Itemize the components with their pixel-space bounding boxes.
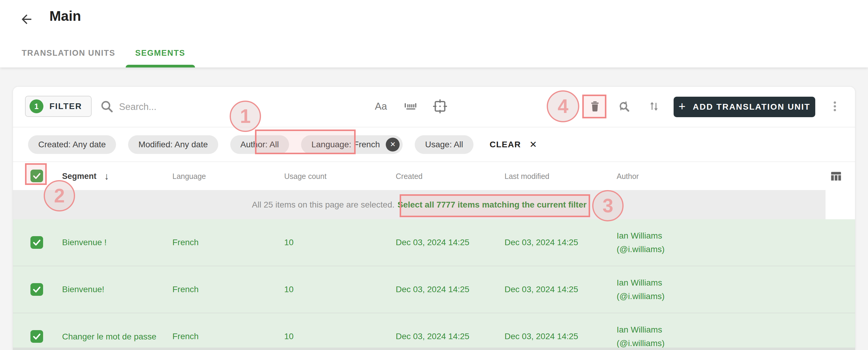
column-settings-button[interactable] — [829, 169, 844, 184]
cell-author: Ian Williams (@i.williams) — [617, 229, 664, 256]
sort-order-button[interactable] — [645, 97, 663, 116]
refresh-icon — [617, 99, 631, 114]
banner-corner-cell — [826, 190, 855, 219]
cell-usage-count: 10 — [284, 331, 293, 341]
chip-author[interactable]: Author: All — [230, 135, 289, 154]
segments-page: Main TRANSLATION UNITS SEGMENTS 1 FILTER — [0, 0, 868, 350]
remove-language-filter-icon[interactable]: ✕ — [386, 138, 400, 152]
column-header-usage-count[interactable]: Usage count — [284, 172, 327, 181]
table-bottom-divider — [13, 348, 855, 350]
row-checkbox[interactable] — [30, 330, 43, 343]
page-header: Main TRANSLATION UNITS SEGMENTS — [0, 0, 868, 67]
check-icon — [32, 331, 42, 342]
filter-count-badge: 1 — [30, 99, 43, 113]
cell-usage-count: 10 — [284, 237, 293, 247]
close-icon: ✕ — [529, 139, 537, 150]
tab-translation-units[interactable]: TRANSLATION UNITS — [22, 49, 116, 67]
cell-language: French — [173, 331, 198, 341]
cell-author: Ian Williams (@i.williams) — [617, 323, 664, 350]
cell-language: French — [173, 285, 198, 294]
tab-bar: TRANSLATION UNITS SEGMENTS — [22, 49, 185, 67]
whole-word-icon[interactable] — [402, 98, 419, 115]
kebab-icon — [828, 99, 842, 113]
check-icon — [32, 284, 42, 294]
search-input[interactable] — [119, 98, 249, 116]
selection-banner: All 25 items on this page are selected. … — [13, 190, 855, 219]
cell-last-modified: Dec 03, 2024 14:25 — [504, 331, 578, 341]
row-checkbox[interactable] — [30, 236, 43, 249]
more-options-button[interactable] — [826, 97, 844, 116]
table-row[interactable]: Bienvenue ! French 10 Dec 03, 2024 14:25… — [13, 219, 855, 266]
filter-button[interactable]: 1 FILTER — [25, 96, 92, 117]
column-header-author[interactable]: Author — [617, 172, 639, 181]
search-icon — [100, 99, 114, 113]
cell-usage-count: 10 — [284, 285, 293, 294]
back-button[interactable] — [19, 11, 34, 27]
cell-last-modified: Dec 03, 2024 14:25 — [504, 237, 578, 247]
delete-button[interactable] — [586, 97, 604, 116]
cell-last-modified: Dec 03, 2024 14:25 — [504, 285, 578, 294]
arrows-up-down-icon — [647, 99, 661, 113]
add-translation-unit-button[interactable]: + ADD TRANSLATION UNIT — [674, 97, 815, 117]
cell-segment: Bienvenue ! — [62, 237, 107, 247]
row-checkbox[interactable] — [30, 283, 43, 296]
chip-modified[interactable]: Modified: Any date — [128, 135, 218, 154]
selection-banner-text: All 25 items on this page are selected. … — [13, 190, 826, 219]
column-header-created[interactable]: Created — [396, 172, 423, 181]
table-header-row: Segment ↓ Language Usage count Created L… — [13, 162, 855, 190]
chip-created[interactable]: Created: Any date — [28, 135, 116, 154]
cell-language: French — [173, 237, 198, 247]
match-case-icon[interactable]: Aa — [372, 98, 390, 115]
plus-icon: + — [678, 100, 685, 113]
table-row[interactable]: Bienvenue! French 10 Dec 03, 2024 14:25 … — [13, 266, 855, 313]
exact-match-icon[interactable] — [431, 98, 449, 115]
table-columns-icon — [829, 169, 843, 183]
toolbar: 1 FILTER Aa — [13, 87, 855, 127]
arrow-left-icon — [19, 12, 34, 27]
cell-segment: Changer le mot de passe — [62, 330, 161, 343]
tab-segments[interactable]: SEGMENTS — [135, 49, 185, 67]
cell-author: Ian Williams (@i.williams) — [617, 276, 664, 303]
segments-card: 1 FILTER Aa — [13, 87, 855, 350]
sort-desc-icon: ↓ — [104, 170, 109, 182]
cell-created: Dec 03, 2024 14:25 — [396, 285, 469, 294]
chip-usage[interactable]: Usage: All — [415, 135, 473, 154]
table-row[interactable]: Changer le mot de passe French 10 Dec 03… — [13, 313, 855, 350]
filter-chips-row: Created: Any date Modified: Any date Aut… — [13, 127, 855, 162]
select-all-matching-link[interactable]: Select all 7777 items matching the curre… — [398, 200, 587, 210]
cell-segment: Bienvenue! — [62, 285, 104, 294]
trash-icon — [588, 100, 601, 113]
column-header-language[interactable]: Language — [173, 172, 206, 181]
check-icon — [32, 237, 42, 248]
select-all-checkbox[interactable] — [30, 169, 43, 182]
page-title: Main — [50, 8, 81, 24]
cell-created: Dec 03, 2024 14:25 — [396, 331, 469, 341]
clear-filters-button[interactable]: CLEAR ✕ — [490, 139, 538, 150]
chip-language[interactable]: Language: French ✕ — [301, 135, 403, 154]
check-icon — [32, 171, 42, 181]
column-header-segment[interactable]: Segment ↓ — [62, 170, 109, 182]
refresh-search-button[interactable] — [615, 97, 633, 116]
active-tab-indicator — [126, 65, 195, 67]
cell-created: Dec 03, 2024 14:25 — [396, 237, 469, 247]
column-header-last-modified[interactable]: Last modified — [504, 172, 550, 181]
